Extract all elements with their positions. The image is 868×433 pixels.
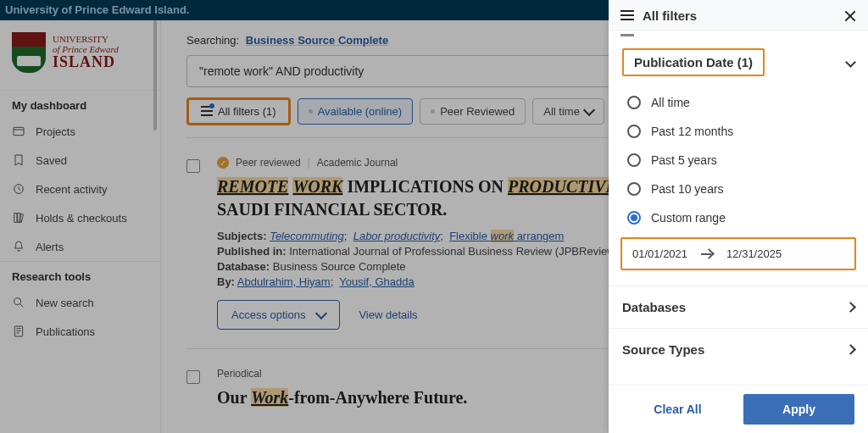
meta-value: International Journal of Professional Bu… — [289, 245, 649, 258]
access-options-button[interactable]: Access options — [217, 300, 340, 330]
sidebar-item-recent[interactable]: Recent activity — [0, 175, 160, 203]
result-checkbox[interactable] — [186, 370, 200, 384]
group-label: Publication Date (1) — [622, 48, 765, 76]
meta-value: Business Source Complete — [273, 260, 406, 273]
button-label: Apply — [782, 402, 815, 416]
sidebar-item-publications[interactable]: Publications — [0, 317, 160, 346]
logo-line1: UNIVERSITY — [53, 34, 119, 44]
button-label: Access options — [231, 308, 305, 321]
sidebar-item-label: New search — [36, 297, 94, 309]
search-query-text: "remote work" AND productivity — [199, 64, 364, 78]
close-icon[interactable] — [844, 10, 856, 22]
available-chip[interactable]: Available (online) — [298, 98, 414, 125]
meta-label: By: — [217, 275, 235, 288]
radio-custom-range[interactable]: Custom range — [609, 203, 868, 232]
radio-icon — [627, 153, 641, 167]
projects-icon — [12, 125, 25, 138]
chip-label: All time — [543, 105, 580, 118]
author-link[interactable]: Yousif, Ghadda — [339, 275, 414, 288]
sidebar-item-new-search[interactable]: New search — [0, 288, 160, 317]
publications-icon — [12, 325, 25, 338]
sidebar-item-alerts[interactable]: Alerts — [0, 232, 160, 261]
radio-dot-icon — [431, 109, 435, 114]
radio-past-12-months[interactable]: Past 12 months — [609, 117, 868, 146]
clear-all-button[interactable]: Clear All — [622, 394, 733, 425]
radio-icon — [627, 211, 641, 225]
author-link[interactable]: Abdulrahim, Hiyam — [237, 275, 331, 288]
title-highlight: Work — [251, 388, 288, 407]
title-text: Our — [217, 388, 251, 407]
radio-label: Past 10 years — [651, 182, 724, 196]
logo-shield-icon — [12, 32, 46, 73]
svg-rect-3 — [14, 326, 22, 336]
range-from-input[interactable]: 01/01/2021 — [632, 247, 687, 260]
searching-database-link[interactable]: Business Source Complete — [246, 34, 388, 47]
sidebar-item-saved[interactable]: Saved — [0, 146, 160, 175]
title-text: SAUDI FINANCIAL SECTOR. — [217, 200, 447, 219]
sidebar-item-label: Publications — [36, 325, 95, 338]
svg-rect-0 — [14, 127, 24, 135]
radio-past-5-years[interactable]: Past 5 years — [609, 146, 868, 175]
search-icon — [12, 296, 25, 309]
chip-label: Peer Reviewed — [440, 105, 515, 118]
sidebar-item-label: Saved — [36, 154, 67, 167]
range-to-input[interactable]: 12/31/2025 — [726, 247, 782, 260]
all-time-chip[interactable]: All time — [532, 98, 604, 125]
peer-reviewed-chip[interactable]: Peer Reviewed — [420, 98, 526, 125]
radio-icon — [627, 182, 641, 196]
panel-title: All filters — [643, 8, 836, 23]
panel-body: Publication Date (1) All time Past 12 mo… — [609, 36, 868, 385]
title-text: IMPLICATIONS ON — [347, 177, 508, 196]
title-text: -from-Anywhere Future. — [288, 388, 467, 407]
view-details-link[interactable]: View details — [359, 308, 417, 321]
radio-label: Past 5 years — [651, 153, 717, 167]
panel-header: All filters — [609, 0, 868, 31]
radio-label: Custom range — [651, 211, 726, 225]
radio-label: All time — [651, 96, 690, 109]
all-filters-button[interactable]: All filters (1) — [186, 97, 291, 125]
logo-line3: ISLAND — [53, 54, 119, 71]
holds-icon — [12, 211, 25, 225]
chevron-right-icon — [845, 302, 856, 313]
meta-label: Published in: — [217, 245, 287, 258]
databases-section[interactable]: Databases — [609, 286, 868, 328]
subject-link[interactable]: Flexible work arrangem — [449, 230, 564, 242]
logo: UNIVERSITY of Prince Edward ISLAND — [0, 32, 160, 90]
meta-label: Subjects: — [217, 230, 267, 242]
sidebar-item-label: Alerts — [36, 241, 64, 253]
radio-icon — [627, 96, 641, 109]
subject-link[interactable]: Telecommuting — [270, 230, 344, 242]
dashboard-heading: My dashboard — [0, 90, 160, 117]
radio-past-10-years[interactable]: Past 10 years — [609, 175, 868, 203]
source-types-section[interactable]: Source Types — [609, 328, 868, 370]
sidebar-item-holds[interactable]: Holds & checkouts — [0, 203, 160, 232]
chevron-down-icon — [315, 308, 327, 319]
arrow-right-icon — [701, 250, 713, 258]
divider: | — [308, 157, 310, 169]
publication-date-group[interactable]: Publication Date (1) — [609, 48, 868, 88]
subject-link[interactable]: Labor productivity — [353, 230, 441, 242]
filter-icon — [201, 106, 213, 118]
apply-button[interactable]: Apply — [743, 394, 854, 425]
chevron-right-icon — [845, 344, 856, 355]
title-highlight: PRODUCTIVIT — [508, 177, 623, 196]
radio-all-time[interactable]: All time — [609, 88, 868, 117]
button-label: Clear All — [654, 402, 701, 416]
result-checkbox[interactable] — [186, 159, 200, 173]
type-badge: Academic Journal — [317, 157, 398, 169]
type-badge: Periodical — [217, 368, 262, 380]
radio-dot-icon — [309, 109, 313, 114]
chip-label: All filters (1) — [218, 105, 276, 118]
svg-point-2 — [14, 298, 21, 305]
sidebar: UNIVERSITY of Prince Edward ISLAND My da… — [0, 20, 161, 433]
sidebar-item-projects[interactable]: Projects — [0, 117, 160, 146]
all-filters-panel: All filters Publication Date (1) All tim… — [609, 0, 868, 433]
custom-range-row: 01/01/2021 12/31/2025 — [620, 237, 856, 270]
sidebar-item-label: Projects — [36, 125, 75, 138]
chevron-down-icon — [583, 104, 595, 116]
peer-reviewed-icon: ✓ — [217, 157, 229, 169]
section-label: Databases — [622, 300, 686, 314]
filter-icon — [620, 10, 634, 22]
panel-footer: Clear All Apply — [609, 385, 868, 433]
chevron-down-icon — [845, 57, 856, 68]
